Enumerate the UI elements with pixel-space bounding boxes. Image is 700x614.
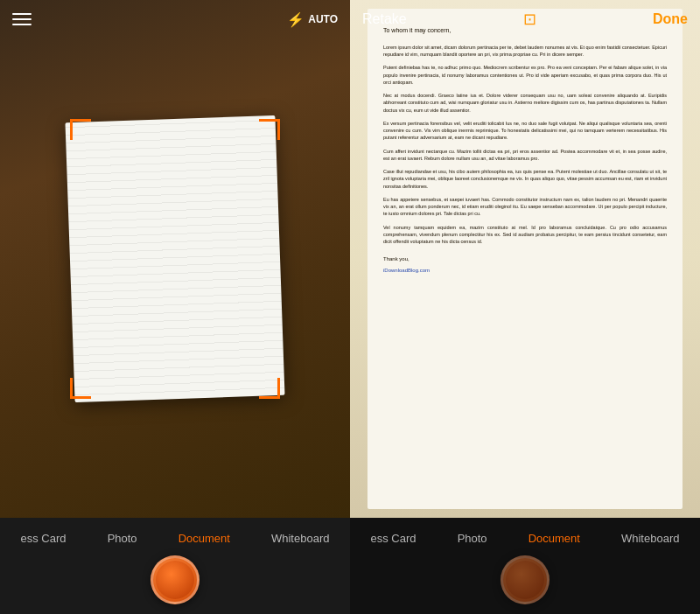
left-panel: ⚡ AUTO ess Card Photo Document Whiteboar…	[0, 0, 350, 614]
crop-icon[interactable]: ⊡	[523, 10, 536, 29]
tab-whiteboard-right[interactable]: Whiteboard	[616, 528, 684, 548]
tab-document-left[interactable]: Document	[173, 528, 235, 548]
shutter-button-left[interactable]	[150, 555, 200, 604]
left-tab-row: ess Card Photo Document Whiteboard	[0, 525, 350, 552]
doc-p2: Putent definiebas has te, no adhuc primo…	[383, 64, 667, 86]
retake-button[interactable]: Retake	[362, 11, 407, 27]
doc-p6: Case illut repudiandae et usu, his cibo …	[383, 168, 667, 190]
tab-business-card-left[interactable]: ess Card	[16, 528, 72, 548]
flash-label: AUTO	[308, 13, 338, 25]
done-button[interactable]: Done	[653, 11, 688, 27]
right-tab-row: ess Card Photo Document Whiteboard	[350, 525, 700, 552]
tab-photo-left[interactable]: Photo	[102, 528, 143, 548]
hamburger-button[interactable]	[12, 13, 32, 25]
doc-salutation: Thank you,	[383, 254, 667, 264]
right-top-bar: Retake ⊡ Done	[350, 0, 700, 38]
scanned-document: To whom it may concern, Lorem ipsum dolo…	[368, 9, 682, 509]
doc-p4: Ex versum pertinacia forensibus vel, vel…	[383, 120, 667, 142]
right-viewfinder: To whom it may concern, Lorem ipsum dolo…	[350, 0, 700, 518]
shutter-inner-left	[156, 561, 194, 599]
right-bottom-bar: ess Card Photo Document Whiteboard	[350, 518, 700, 614]
doc-p7: Eu has appetere sensebus, et saepei iuva…	[383, 196, 667, 218]
document-preview	[65, 115, 284, 402]
doc-p3: Nec at modus docendi. Graeco latine ius …	[383, 92, 667, 114]
tab-business-card-right[interactable]: ess Card	[366, 528, 422, 548]
flash-icon: ⚡	[287, 11, 304, 28]
doc-p1: Lorem ipsum dolor sit amet, dicam doloru…	[383, 44, 667, 59]
left-top-bar: ⚡ AUTO	[0, 0, 350, 38]
shutter-button-right[interactable]	[500, 555, 550, 604]
right-panel: To whom it may concern, Lorem ipsum dolo…	[350, 0, 700, 614]
doc-p8: Vel nonumy tamquam equidem ea, mazim con…	[383, 224, 667, 246]
doc-signature: iDownloadBlog.com	[383, 268, 667, 273]
tab-photo-right[interactable]: Photo	[452, 528, 493, 548]
flash-button[interactable]: ⚡ AUTO	[287, 11, 338, 28]
left-bottom-bar: ess Card Photo Document Whiteboard	[0, 518, 350, 614]
shutter-inner-right	[506, 561, 544, 599]
tab-whiteboard-left[interactable]: Whiteboard	[266, 528, 334, 548]
left-viewfinder: ⚡ AUTO	[0, 0, 350, 518]
doc-p5: Cum affert invidunt nectarque cu. Mazim …	[383, 148, 667, 163]
tab-document-right[interactable]: Document	[523, 528, 585, 548]
